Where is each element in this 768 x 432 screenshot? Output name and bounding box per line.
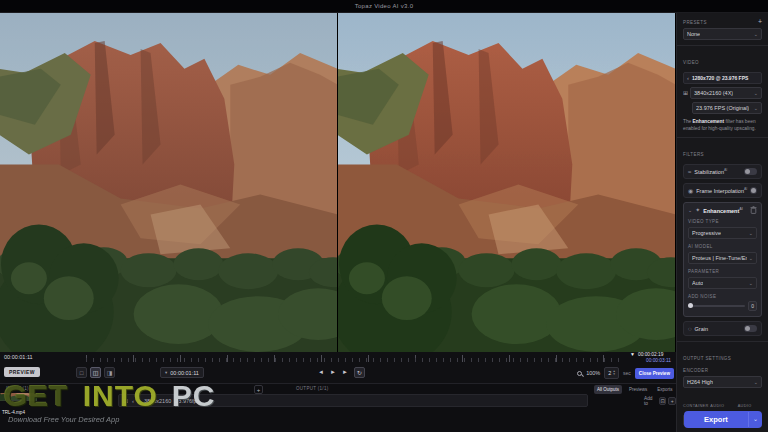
chevron-right-icon[interactable]: ›: [138, 398, 140, 404]
add-input-button[interactable]: +: [254, 385, 263, 394]
frame-interpolation-toggle[interactable]: [750, 187, 757, 194]
ai-tag: AI: [739, 207, 743, 211]
encoder-select[interactable]: H264 High ⌄: [683, 376, 762, 388]
output-item-row[interactable]: ⊡ ‹ › 3840x2160 23.976fps: [118, 394, 588, 407]
add-to-plus-button[interactable]: +: [668, 397, 676, 405]
stabilization-icon: ≈: [688, 169, 691, 175]
title-bar: Topaz Video AI v3.0: [0, 0, 768, 13]
add-to-label: Add to: [644, 396, 657, 406]
view-side-by-side-button[interactable]: ◫: [90, 367, 101, 378]
resolution-value: 3840x2160 (4X): [694, 90, 733, 96]
preset-select[interactable]: None ⌄: [683, 28, 762, 40]
add-to-queue-icon[interactable]: ⊡: [659, 397, 667, 405]
step-forward-button[interactable]: ►: [342, 367, 348, 378]
zoom-level[interactable]: 100%: [586, 370, 600, 376]
video-pane-original[interactable]: [0, 13, 337, 352]
back-icon: ‹: [687, 75, 689, 81]
enhancement-label: Enhancement: [703, 207, 739, 213]
enhancement-note: The Enhancement filter has been enabled …: [683, 119, 762, 132]
divider: [677, 341, 768, 342]
ai-tag: AI: [744, 187, 747, 191]
framerate-value: 23.976 FPS (Original): [696, 105, 749, 111]
playhead-time-selector[interactable]: ▾ 00:00:01:11: [160, 367, 204, 378]
parameter-label: PARAMETER: [688, 269, 757, 274]
frame-interpolation-label: Frame Interpolation: [696, 188, 744, 194]
video-pane-preview[interactable]: [338, 13, 675, 352]
comparison-viewport: [0, 13, 676, 352]
output-settings-header: OUTPUT SETTINGS: [683, 356, 731, 361]
input-header: INPUT (1): [6, 386, 29, 391]
grain-toggle[interactable]: [744, 325, 757, 332]
parameter-select[interactable]: Auto ⌄: [688, 277, 757, 289]
trash-icon[interactable]: [750, 206, 757, 214]
close-preview-button[interactable]: Close Preview: [635, 368, 674, 379]
preview-mode-button[interactable]: PREVIEW: [4, 367, 40, 377]
chevron-down-icon: ⌄: [754, 31, 758, 37]
magnifier-icon: [577, 371, 582, 376]
chevron-down-icon: ⌄: [754, 379, 758, 385]
source-info-row[interactable]: ‹ 1280x720 @ 23.976 FPS: [683, 72, 762, 84]
play-button[interactable]: ►: [330, 367, 336, 378]
frame-icon: ⊡: [123, 397, 128, 404]
video-type-select[interactable]: Progressive ⌄: [688, 227, 757, 239]
chevron-down-icon: ⌄: [749, 230, 753, 236]
enhancement-icon: ✦: [695, 207, 700, 213]
divider: [677, 45, 768, 46]
filter-frame-interpolation[interactable]: ◉ Frame InterpolationAI: [683, 183, 762, 198]
divider: [677, 137, 768, 138]
video-type-value: Progressive: [692, 230, 721, 236]
chevron-down-icon: ⌄: [749, 255, 753, 261]
ai-model-value: Proteus | Fine-Tune/Enhance: [692, 255, 747, 261]
output-resolution: 3840x2160: [144, 398, 171, 404]
add-preset-button[interactable]: +: [758, 19, 762, 25]
chevron-left-icon[interactable]: ‹: [132, 398, 134, 404]
loop-button[interactable]: ↻: [354, 367, 365, 378]
playback-controls-bar: PREVIEW □ ◫ ◨ ▾ 00:00:01:11 ◄ ► ► ↻ 100%…: [0, 365, 676, 382]
timeline-ticks[interactable]: [86, 358, 622, 362]
collapse-icon[interactable]: ⌄: [688, 207, 692, 213]
add-noise-label: ADD NOISE: [688, 294, 757, 299]
tab-exports[interactable]: Exports: [654, 385, 675, 394]
resolution-select[interactable]: 3840x2160 (4X) ⌄: [690, 87, 762, 99]
triangle-down-icon: ▾: [165, 370, 167, 375]
preset-value: None: [687, 31, 700, 37]
chevron-down-icon: ⌄: [754, 105, 758, 111]
media-panel: INPUT (1) + OUTPUT (1/1) TRL-4.mp4 ⊡ ‹ ›…: [0, 383, 676, 432]
export-label: Export: [684, 415, 748, 424]
stabilization-label: Stabilization: [694, 169, 724, 175]
ai-model-select[interactable]: Proteus | Fine-Tune/Enhance ⌄: [688, 252, 757, 264]
grain-icon: ◌: [688, 326, 692, 332]
playhead-time: 00:00:01:11: [170, 370, 199, 376]
export-button[interactable]: Export ⌄: [684, 411, 762, 428]
stepper-value: 2: [608, 370, 611, 376]
view-split-button[interactable]: ◨: [104, 367, 115, 378]
filter-enhancement-card: ⌄ ✦ EnhancementAI VIDEO TYPE Progressive…: [683, 202, 762, 317]
resolution-icon: ⊞: [683, 90, 688, 96]
preview-duration-stepper[interactable]: 2 ▴▾: [604, 367, 619, 379]
input-filename: TRL-4.mp4: [2, 410, 25, 415]
duration-timecode: 00:00:03:11: [646, 358, 671, 363]
tab-previews[interactable]: Previews: [626, 385, 650, 394]
settings-sidebar: PRESETS + None ⌄ VIDEO ‹ 1280x720 @ 23.9…: [676, 13, 768, 432]
view-single-button[interactable]: □: [76, 367, 87, 378]
export-options-chevron-icon[interactable]: ⌄: [748, 412, 762, 427]
current-timecode: 00:00:01:11: [4, 354, 33, 360]
tab-all-outputs[interactable]: All Outputs: [594, 385, 622, 394]
filter-stabilization[interactable]: ≈ StabilizationAI: [683, 164, 762, 179]
timeline: 00:00:01:11 ▼ 00:00:02:19 00:00:03:11: [0, 352, 676, 365]
video-header: VIDEO: [683, 60, 699, 65]
filter-grain[interactable]: ◌ Grain: [683, 321, 762, 336]
app-title: Topaz Video AI v3.0: [355, 3, 414, 9]
step-back-button[interactable]: ◄: [318, 367, 324, 378]
playhead-marker-icon[interactable]: ▼: [630, 352, 635, 357]
framerate-select[interactable]: 23.976 FPS (Original) ⌄: [692, 102, 762, 114]
stabilization-toggle[interactable]: [744, 168, 757, 175]
output-header: OUTPUT (1/1): [296, 386, 329, 391]
video-type-label: VIDEO TYPE: [688, 219, 757, 224]
ai-model-label: AI MODEL: [688, 244, 757, 249]
add-noise-slider[interactable]: [688, 305, 745, 307]
container-label: CONTAINER: [683, 404, 709, 408]
marker-timecode: 00:00:02:19: [638, 352, 663, 357]
stepper-down-icon: ▾: [613, 373, 615, 377]
add-noise-value: 0: [748, 301, 757, 311]
